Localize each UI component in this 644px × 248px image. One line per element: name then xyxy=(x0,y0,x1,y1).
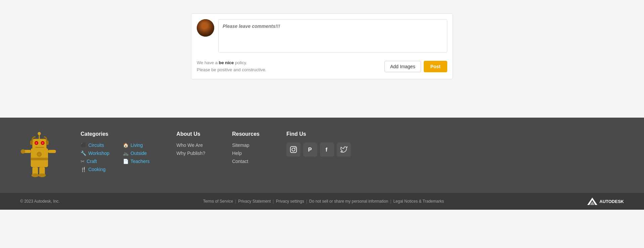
autodesk-text: AUTODESK xyxy=(599,199,624,204)
comment-actions: Add Images Post xyxy=(384,61,447,72)
avatar xyxy=(197,19,214,37)
svg-point-22 xyxy=(292,148,295,151)
svg-rect-21 xyxy=(290,147,296,153)
categories-heading: Categories xyxy=(81,131,150,137)
living-icon: 🏠 xyxy=(123,142,129,148)
find-us-heading: Find Us xyxy=(286,131,351,137)
contact-link[interactable]: Contact xyxy=(232,159,248,164)
circuits-link[interactable]: Circuits xyxy=(88,142,104,148)
svg-rect-16 xyxy=(31,158,48,160)
footer-bottom: © 2023 Autodesk, Inc. Terms of Service |… xyxy=(0,193,644,210)
svg-rect-20 xyxy=(46,140,48,145)
svg-text:⚙: ⚙ xyxy=(38,153,40,156)
living-link[interactable]: Living xyxy=(131,142,143,148)
list-item: Sitemap xyxy=(232,142,260,148)
top-area: We have a be nice policy. Please be posi… xyxy=(0,0,644,118)
footer-section-categories: Categories ⬛ Circuits 🔧 Workshop ✂ xyxy=(81,131,150,175)
svg-point-5 xyxy=(42,142,44,144)
footer-section-about: About Us Who We Are Why Publish? xyxy=(177,131,205,175)
footer-section-resources: Resources Sitemap Help Contact xyxy=(232,131,260,175)
list-item[interactable]: ⬛ Circuits xyxy=(81,142,109,148)
teachers-icon: 📄 xyxy=(123,159,129,164)
autodesk-logo: AUTODESK xyxy=(587,198,624,205)
outside-link[interactable]: Outside xyxy=(131,151,147,156)
comment-footer: We have a be nice policy. Please be posi… xyxy=(197,57,447,74)
do-not-sell-link[interactable]: Do not sell or share my personal informa… xyxy=(309,199,388,204)
list-item[interactable]: 📄 Teachers xyxy=(123,159,150,164)
craft-link[interactable]: Craft xyxy=(87,159,97,164)
categories-col1: ⬛ Circuits 🔧 Workshop ✂ Craft 🍴 xyxy=(81,142,109,175)
svg-point-15 xyxy=(38,173,46,177)
list-item: Why Publish? xyxy=(177,151,205,156)
svg-text:f: f xyxy=(325,147,327,153)
footer-robot: ⚙ xyxy=(20,131,60,179)
categories-col2: 🏠 Living 🚲 Outside 📄 Teachers xyxy=(123,142,150,175)
svg-point-14 xyxy=(32,173,39,177)
sitemap-link[interactable]: Sitemap xyxy=(232,142,249,148)
instagram-icon[interactable] xyxy=(286,142,301,157)
be-nice-text: We have a be nice policy. Please be posi… xyxy=(197,59,266,74)
footer-bottom-links: Terms of Service | Privacy Statement | P… xyxy=(203,199,444,204)
about-links-list: Who We Are Why Publish? xyxy=(177,142,205,156)
workshop-icon: 🔧 xyxy=(81,151,86,156)
svg-rect-1 xyxy=(32,139,46,150)
category-columns: ⬛ Circuits 🔧 Workshop ✂ Craft 🍴 xyxy=(81,142,150,175)
comment-input[interactable] xyxy=(218,19,447,53)
svg-point-8 xyxy=(38,132,41,135)
svg-point-11 xyxy=(21,149,25,154)
outside-icon: 🚲 xyxy=(123,151,129,156)
list-item: Help xyxy=(232,151,260,156)
why-publish-link[interactable]: Why Publish? xyxy=(177,151,205,156)
workshop-link[interactable]: Workshop xyxy=(88,151,109,156)
list-item[interactable]: 🔧 Workshop xyxy=(81,151,109,156)
robot-mascot-svg: ⚙ xyxy=(20,131,57,178)
list-item[interactable]: ✂ Craft xyxy=(81,159,109,164)
list-item[interactable]: 🏠 Living xyxy=(123,142,150,148)
help-link[interactable]: Help xyxy=(232,151,242,156)
svg-rect-19 xyxy=(30,140,33,145)
twitter-icon[interactable] xyxy=(337,142,351,157)
svg-rect-10 xyxy=(48,150,56,153)
list-item: Contact xyxy=(232,159,260,164)
legal-notices-link[interactable]: Legal Notices & Trademarks xyxy=(393,199,444,204)
list-item[interactable]: 🍴 Cooking xyxy=(81,167,109,172)
comment-box-container: We have a be nice policy. Please be posi… xyxy=(191,13,453,79)
resources-links-list: Sitemap Help Contact xyxy=(232,142,260,164)
footer-sections: Categories ⬛ Circuits 🔧 Workshop ✂ xyxy=(81,131,624,175)
add-images-button[interactable]: Add Images xyxy=(384,61,421,72)
who-we-are-link[interactable]: Who We Are xyxy=(177,142,203,148)
footer-main: ⚙ Categories ⬛ Circuits xyxy=(0,118,644,193)
teachers-link[interactable]: Teachers xyxy=(131,159,150,164)
facebook-icon[interactable]: f xyxy=(320,142,334,157)
circuits-icon: ⬛ xyxy=(81,142,86,148)
about-heading: About Us xyxy=(177,131,205,137)
list-item: Who We Are xyxy=(177,142,205,148)
post-button[interactable]: Post xyxy=(424,61,447,72)
pinterest-icon[interactable]: P xyxy=(303,142,317,157)
copyright-text: © 2023 Autodesk, Inc. xyxy=(20,199,60,204)
svg-text:P: P xyxy=(308,147,312,153)
terms-of-service-link[interactable]: Terms of Service xyxy=(203,199,233,204)
social-icons: P f xyxy=(286,142,351,157)
list-item[interactable]: 🚲 Outside xyxy=(123,151,150,156)
svg-point-23 xyxy=(295,148,296,149)
comment-top xyxy=(197,19,447,53)
resources-heading: Resources xyxy=(232,131,260,137)
privacy-statement-link[interactable]: Privacy Statement xyxy=(238,199,271,204)
cooking-icon: 🍴 xyxy=(81,167,86,172)
svg-point-3 xyxy=(36,142,38,144)
footer-content: ⚙ Categories ⬛ Circuits xyxy=(20,131,624,179)
privacy-settings-link[interactable]: Privacy settings xyxy=(276,199,304,204)
cooking-link[interactable]: Cooking xyxy=(88,167,105,172)
autodesk-logo-mark xyxy=(587,198,597,205)
footer-section-find-us: Find Us P xyxy=(286,131,351,175)
craft-icon: ✂ xyxy=(81,159,85,164)
